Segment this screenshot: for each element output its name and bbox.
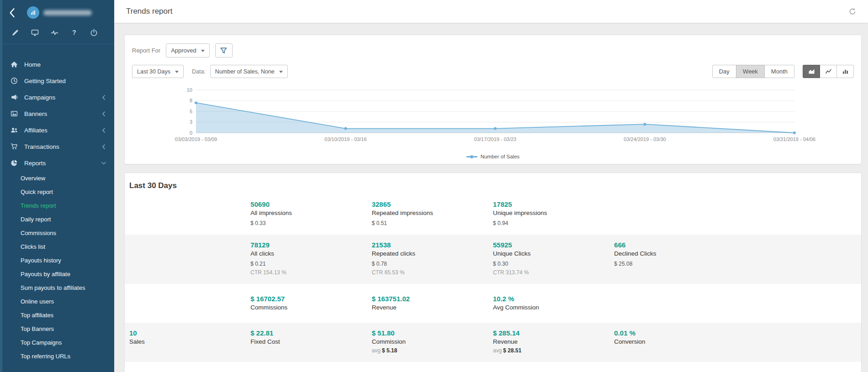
stat-val: $ 285.14 — [493, 329, 614, 337]
date-range-select[interactable]: Last 30 Days — [132, 65, 184, 78]
monitor-icon — [31, 29, 39, 37]
chevron-left-icon — [101, 95, 106, 100]
image-icon — [11, 110, 18, 117]
legend-swatch — [466, 156, 477, 157]
power-button[interactable] — [90, 29, 98, 37]
chart-controls-row: Last 30 Days Data: Number of Sales, None… — [132, 65, 854, 78]
back-button[interactable] — [9, 8, 15, 18]
sidebar-item-label: Reports — [24, 160, 46, 167]
chart-area: 03581003/03/2019 - 03/0903/10/2019 - 03/… — [132, 84, 854, 163]
report-for-select[interactable]: Approved — [166, 43, 210, 58]
chevron-down-icon — [101, 161, 106, 166]
sidebar-item-top-banners[interactable]: Top Banners — [2, 322, 114, 335]
sidebar-item-sum-payouts-to-affiliates[interactable]: Sum payouts to affiliates — [2, 281, 114, 294]
stat-conversion: 0.01 %Conversion — [614, 329, 735, 354]
bar-chart-button[interactable] — [836, 65, 854, 78]
svg-text:03/10/2019 - 03/16: 03/10/2019 - 03/16 — [324, 136, 366, 142]
period-month-button[interactable]: Month — [764, 65, 794, 78]
period-week-button[interactable]: Week — [736, 65, 765, 78]
stat-sub: $ 0.94 — [493, 220, 614, 226]
sales-trend-chart: 03581003/03/2019 - 03/0903/10/2019 - 03/… — [132, 84, 854, 154]
sidebar-item-payouts-by-affiliate[interactable]: Payouts by affiliate — [2, 267, 114, 281]
home-icon — [11, 61, 18, 68]
pulse-button[interactable] — [51, 29, 58, 37]
reports-submenu: OverviewQuick reportTrends reportDaily r… — [2, 171, 114, 363]
area-chart-button[interactable] — [803, 65, 820, 78]
app-window: ? HomeGetting StartedCampaignsBannersAff… — [0, 0, 868, 372]
filter-button[interactable] — [215, 43, 233, 58]
stat-note: CTR 313.74 % — [493, 269, 614, 276]
monitor-button[interactable] — [31, 29, 39, 37]
stat-val: 17825 — [493, 200, 614, 208]
sidebar-item-campaigns[interactable]: Campaigns — [2, 89, 114, 105]
megaphone-icon — [11, 94, 18, 101]
summary-row: $ 16702.57Commissions$ 163751.02Revenue1… — [125, 284, 861, 323]
sidebar-item-online-users[interactable]: Online users — [2, 294, 114, 308]
sidebar-item-top-referring-urls[interactable]: Top referring URLs — [2, 349, 114, 363]
sidebar-item-commissions[interactable]: Commissions — [2, 226, 114, 240]
report-for-value: Approved — [171, 47, 196, 54]
svg-text:0: 0 — [190, 130, 192, 136]
sidebar-item-home[interactable]: Home — [2, 56, 114, 73]
sidebar-item-top-campaigns[interactable]: Top Campaigns — [2, 335, 114, 349]
sidebar-item-daily-report[interactable]: Daily report — [2, 212, 114, 226]
pencil-button[interactable] — [11, 29, 19, 37]
sidebar-nav: HomeGetting StartedCampaignsBannersAffil… — [2, 44, 114, 363]
sidebar-item-top-affiliates[interactable]: Top affiliates — [2, 308, 114, 322]
line-chart-button[interactable] — [820, 65, 837, 78]
data-metric-select[interactable]: Number of Sales, None — [210, 65, 288, 78]
svg-text:10: 10 — [187, 87, 192, 93]
sidebar-item-overview[interactable]: Overview — [2, 171, 114, 185]
stat-avg-commission: 10.2 %Avg Commission — [493, 295, 614, 311]
chart-type-button-group — [803, 65, 854, 78]
stat-lab: Revenue — [372, 304, 493, 311]
right-controls: Day Week Month — [712, 65, 854, 78]
stat-fixed-cost: $ 22.81Fixed Cost — [250, 329, 371, 354]
report-for-label: Report For — [132, 47, 160, 54]
date-range-value: Last 30 Days — [137, 68, 170, 75]
stat-declined-clicks: 666Declined Clicks$ 25.08 — [614, 241, 735, 276]
cart-icon — [11, 143, 18, 150]
svg-text:8: 8 — [190, 98, 192, 103]
stat-unique-clicks: 55925Unique Clicks$ 0.30CTR 313.74 % — [493, 241, 614, 276]
stat-val: $ 16702.57 — [250, 295, 371, 303]
period-button-group: Day Week Month — [712, 65, 794, 78]
svg-text:03/03/2019 - 03/09: 03/03/2019 - 03/09 — [175, 136, 217, 142]
sidebar-item-quick-report[interactable]: Quick report — [2, 185, 114, 199]
stat-commissions: $ 16702.57Commissions — [250, 295, 371, 311]
sidebar-item-payouts-history[interactable]: Payouts history — [2, 253, 114, 267]
refresh-button[interactable] — [849, 8, 856, 15]
sidebar-item-affiliates[interactable]: Affiliates — [2, 122, 114, 138]
legend-label: Number of Sales — [481, 154, 520, 159]
area-chart-icon — [808, 68, 815, 74]
bar-chart-icon — [842, 68, 849, 74]
svg-text:03/24/2019 - 03/30: 03/24/2019 - 03/30 — [624, 136, 666, 142]
stat-val: $ 51.80 — [372, 329, 493, 337]
sidebar-item-transactions[interactable]: Transactions — [2, 138, 114, 155]
sidebar-item-banners[interactable]: Banners — [2, 105, 114, 122]
users-icon — [11, 126, 18, 134]
account-name-blurred — [43, 10, 92, 16]
funnel-icon — [220, 47, 227, 54]
summary-card: Last 30 Days 50690All impressions$ 0.333… — [124, 173, 862, 372]
stat-sub: $ 0.51 — [372, 220, 493, 226]
stat-val: 21538 — [372, 241, 493, 249]
stat-lab: Fixed Cost — [250, 338, 371, 345]
sidebar-item-clicks-list[interactable]: Clicks list — [2, 240, 114, 253]
refresh-icon — [849, 8, 856, 15]
help-button[interactable]: ? — [70, 29, 78, 37]
summary-row: 50690All impressions$ 0.3332865Repeated … — [125, 194, 861, 235]
sidebar-item-trends-report[interactable]: Trends report — [2, 199, 114, 212]
sidebar-item-reports[interactable]: Reports — [2, 155, 114, 171]
stat-repeated-impressions: 32865Repeated impressions$ 0.51 — [372, 200, 493, 226]
stat-commission: $ 51.80Commissionavg$ 5.18 — [372, 329, 493, 354]
pulse-icon — [51, 29, 58, 37]
stat-val: $ 22.81 — [250, 329, 371, 337]
svg-text:3: 3 — [190, 119, 192, 125]
sidebar-item-getting-started[interactable]: Getting Started — [2, 73, 114, 89]
summary-grid: 50690All impressions$ 0.3332865Repeated … — [125, 194, 861, 362]
stat-sub: $ 25.08 — [614, 261, 735, 267]
svg-text:?: ? — [72, 29, 76, 36]
stat-lab: Avg Commission — [493, 304, 614, 311]
period-day-button[interactable]: Day — [712, 65, 736, 78]
